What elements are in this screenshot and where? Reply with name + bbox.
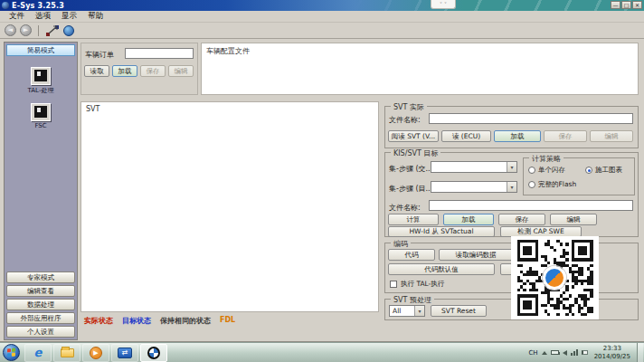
svt-actual-title: SVT 实际 (391, 102, 427, 112)
svt-post-scope-select[interactable]: All ▾ (389, 305, 425, 317)
window-controls: — □ ✕ (611, 1, 642, 9)
sidebar-group-preferences[interactable]: 个人设置 (6, 326, 75, 338)
sidebar-group-expert-mode[interactable]: 专家模式 (6, 272, 75, 283)
svt-tree-panel[interactable]: SVT (80, 101, 379, 312)
show-desktop-button[interactable] (637, 343, 643, 362)
vehicle-order-edit-button[interactable]: 编辑 (168, 65, 194, 77)
vehicle-profile-panel: 车辆配置文件 (201, 43, 639, 95)
sidebar-groups: 专家模式 编辑查看 数据处理 外部应用程序 个人设置 (5, 270, 77, 339)
sidebar-group-data-handling[interactable]: 数据处理 (6, 299, 75, 310)
taskbar-item-explorer[interactable] (53, 344, 80, 362)
hw-id-from-svtactual-button[interactable]: HW-Id 从 SVTactual (388, 226, 495, 237)
svt-actual-save-button[interactable]: 保存 (544, 130, 587, 142)
taskbar-item-ie[interactable]: e (24, 344, 52, 362)
tray-date: 2014/09/25 (594, 353, 630, 360)
start-button[interactable] (3, 344, 20, 361)
close-button[interactable]: ✕ (632, 1, 642, 9)
sidebar-shortcuts: TAL-处理 FSC (5, 58, 77, 270)
svt-actual-load-button[interactable]: 加载 (494, 130, 541, 142)
window-title: E-Sys 3.25.3 (12, 2, 64, 10)
battery-icon[interactable] (551, 350, 559, 355)
vehicle-order-group: 车辆订单 读取 加载 保存 编辑 (80, 43, 198, 95)
kis-svt-target-title: KIS/SVT 目标 (391, 148, 440, 158)
vehicle-order-read-button[interactable]: 读取 (84, 65, 109, 77)
status-legend: 实际状态 目标状态 保持相同的状态 FDL (84, 316, 235, 326)
read-coding-data-button[interactable]: 读取编码数据 (439, 249, 513, 261)
read-ecu-button[interactable]: 读 (ECU) (441, 130, 491, 142)
svt-actual-filename-label: 文件名称: (389, 115, 421, 125)
code-button[interactable]: 代码 (388, 249, 435, 261)
legend-same-state: 保持相同的状态 (160, 316, 211, 326)
sidebar-item-tal-processing[interactable]: TAL-处理 (28, 67, 54, 95)
action-center-flag-icon[interactable] (582, 350, 588, 355)
legend-actual-state: 实际状态 (84, 316, 113, 326)
svt-actual-edit-button[interactable]: 编辑 (590, 130, 633, 142)
tal-execution-checkbox[interactable]: 执行 TAL-执行 (390, 280, 444, 289)
folder-icon (61, 348, 74, 357)
istep-target-select[interactable]: ▾ (431, 181, 517, 193)
calc-strategy-group: 计算策略 单个闪存 完整的Flash 施工图表 (523, 157, 635, 195)
calculate-button[interactable]: 计算 (388, 214, 439, 225)
menu-view[interactable]: 显示 (56, 11, 82, 22)
vehicle-order-save-button[interactable]: 保存 (140, 65, 166, 77)
volume-icon[interactable] (563, 350, 567, 356)
chevron-down-icon: ▾ (414, 306, 424, 316)
vehicle-order-label: 车辆订单 (85, 50, 114, 60)
sidebar-group-external-apps[interactable]: 外部应用程序 (6, 312, 75, 324)
app-icon (2, 2, 9, 9)
teamviewer-icon: ⇄ (118, 348, 132, 358)
radio-construction-table[interactable]: 施工图表 (585, 166, 622, 175)
legend-fdl: FDL (220, 316, 235, 326)
back-icon[interactable]: ◄ (5, 24, 16, 36)
menu-help[interactable]: 帮助 (82, 11, 109, 22)
chevron-down-icon: ▾ (507, 182, 516, 192)
window-titlebar[interactable]: E-Sys 3.25.3 (0, 0, 644, 11)
chevron-down-icon: ▾ (507, 162, 516, 172)
kis-save-button[interactable]: 保存 (498, 214, 545, 225)
vehicle-order-load-button[interactable]: 加载 (112, 65, 137, 77)
system-tray: CH 23:33 2014/09/25 (528, 343, 644, 362)
help-globe-icon[interactable] (63, 25, 74, 36)
menu-file[interactable]: 文件 (4, 11, 30, 22)
kis-load-button[interactable]: 加载 (443, 214, 494, 225)
toolbar-separator (38, 25, 39, 36)
kis-edit-button[interactable]: 编辑 (550, 214, 597, 225)
vehicle-order-input[interactable] (125, 48, 194, 59)
internet-explorer-icon: e (34, 347, 43, 358)
forward-icon[interactable]: ► (20, 24, 32, 36)
svt-actual-filename-input[interactable] (429, 113, 633, 124)
minimize-button[interactable]: — (611, 1, 620, 9)
tal-processing-icon (31, 67, 51, 85)
maximize-button[interactable]: □ (621, 1, 631, 9)
code-default-button[interactable]: 代码默认值 (388, 263, 495, 275)
media-player-icon: ▶ (90, 347, 102, 359)
menu-options[interactable]: 选项 (30, 11, 56, 22)
kis-filename-input[interactable] (429, 200, 633, 211)
chevron-down-icon: ˅ ˅ (440, 1, 447, 7)
taskbar-item-esys[interactable] (140, 344, 167, 362)
taskbar-item-teamviewer[interactable]: ⇄ (111, 344, 138, 362)
sidebar-group-editors[interactable]: 编辑查看 (6, 285, 75, 297)
windows-flag-icon (7, 348, 15, 357)
sidebar: 简易模式 TAL-处理 FSC 专家模式 编辑查看 数据处理 外部应用程序 个人… (4, 42, 78, 340)
istep-target-label: 集-步骤 (目... (389, 184, 432, 194)
tray-clock[interactable]: 23:33 2014/09/25 (592, 345, 633, 360)
network-signal-icon[interactable] (571, 349, 578, 356)
connect-icon[interactable] (45, 24, 60, 37)
vehicle-profile-title: 车辆配置文件 (206, 46, 250, 56)
read-svt-vcm-button[interactable]: 阅读 SVT (V... (388, 130, 439, 142)
istep-shipment-select[interactable]: ▾ (431, 161, 517, 173)
coding-title: 编码 (391, 239, 411, 249)
taskbar: e ▶ ⇄ CH 23:33 2014/09/25 (0, 342, 644, 362)
tray-expand-icon[interactable] (542, 351, 547, 355)
radio-complete-flash[interactable]: 完整的Flash (528, 180, 576, 189)
istep-shipment-label: 集-步骤 (交... (389, 164, 432, 174)
language-indicator[interactable]: CH (528, 349, 537, 357)
floating-widget[interactable]: ˅ ˅ (431, 0, 456, 9)
taskbar-item-media-player[interactable]: ▶ (82, 344, 109, 362)
sidebar-item-fsc[interactable]: FSC (31, 103, 51, 129)
svt-reset-button[interactable]: SVT Reset (431, 305, 487, 317)
tray-time: 23:33 (594, 345, 630, 352)
radio-single-flash[interactable]: 单个闪存 (528, 166, 565, 175)
sidebar-group-easy-mode[interactable]: 简易模式 (6, 44, 75, 56)
